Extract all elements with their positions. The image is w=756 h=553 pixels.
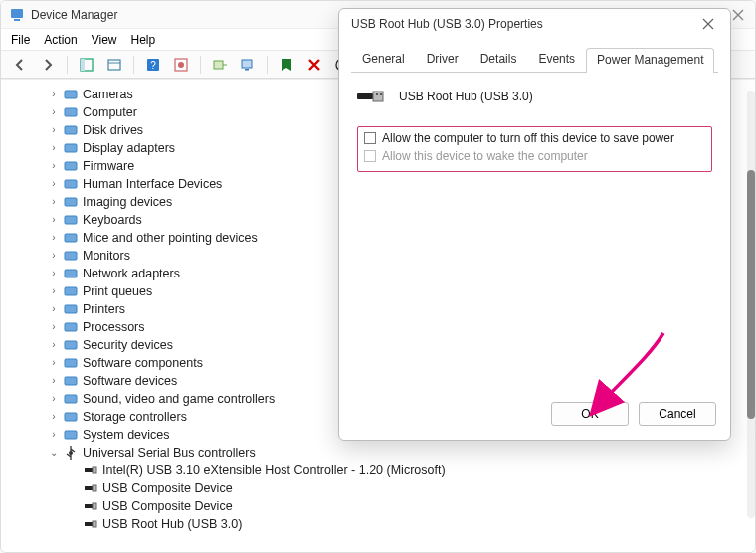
expand-icon[interactable]: › bbox=[47, 390, 61, 408]
category-icon bbox=[63, 212, 79, 228]
update-driver-button[interactable] bbox=[209, 54, 231, 76]
nav-forward-button[interactable] bbox=[37, 54, 59, 76]
collapse-icon[interactable]: ⌄ bbox=[47, 444, 61, 461]
allow-turn-off-row[interactable]: Allow the computer to turn off this devi… bbox=[364, 131, 705, 145]
category-icon bbox=[63, 355, 79, 371]
category-icon bbox=[63, 266, 79, 281]
expand-icon[interactable]: › bbox=[47, 121, 61, 139]
svg-rect-3 bbox=[81, 59, 85, 71]
svg-rect-17 bbox=[65, 144, 77, 152]
pm-highlight-box: Allow the computer to turn off this devi… bbox=[357, 126, 712, 172]
tab-events[interactable]: Events bbox=[527, 47, 586, 72]
menu-file[interactable]: File bbox=[11, 33, 30, 47]
category-label: Display adapters bbox=[83, 139, 175, 157]
expand-icon[interactable]: › bbox=[47, 336, 61, 354]
menu-help[interactable]: Help bbox=[131, 33, 156, 47]
tab-power-management[interactable]: Power Management bbox=[586, 48, 714, 73]
tree-device[interactable]: USB Composite Device bbox=[13, 479, 756, 497]
allow-wake-row: Allow this device to wake the computer bbox=[364, 149, 705, 163]
expand-icon[interactable]: › bbox=[47, 318, 61, 336]
svg-rect-36 bbox=[93, 467, 96, 473]
expand-icon[interactable]: › bbox=[47, 86, 61, 103]
expand-icon[interactable]: › bbox=[47, 103, 61, 121]
expand-icon[interactable]: › bbox=[47, 157, 61, 175]
scrollbar-thumb[interactable] bbox=[747, 170, 755, 419]
category-label: Universal Serial Bus controllers bbox=[83, 444, 256, 461]
device-label: USB Composite Device bbox=[102, 497, 233, 515]
category-icon bbox=[63, 230, 79, 246]
toolbar-sep bbox=[67, 56, 68, 74]
expand-icon[interactable]: › bbox=[47, 229, 61, 247]
menu-action[interactable]: Action bbox=[44, 33, 77, 47]
category-label: Print queues bbox=[83, 282, 152, 300]
enable-device-button[interactable] bbox=[276, 54, 297, 76]
window-title: Device Manager bbox=[31, 8, 117, 22]
vertical-scrollbar[interactable] bbox=[747, 91, 755, 518]
category-label: Disk drives bbox=[83, 121, 143, 139]
expand-icon[interactable]: › bbox=[47, 247, 61, 265]
scan-hardware-button[interactable] bbox=[237, 54, 259, 76]
expand-icon[interactable]: › bbox=[47, 426, 61, 444]
tab-details[interactable]: Details bbox=[470, 47, 528, 72]
svg-rect-44 bbox=[373, 92, 383, 101]
usb-plug-icon bbox=[357, 87, 385, 106]
expand-icon[interactable]: › bbox=[47, 300, 61, 318]
expand-icon[interactable]: › bbox=[47, 211, 61, 229]
tree-device[interactable]: Intel(R) USB 3.10 eXtensible Host Contro… bbox=[13, 461, 756, 479]
expand-icon[interactable]: › bbox=[47, 193, 61, 211]
category-icon bbox=[63, 194, 79, 210]
svg-rect-29 bbox=[65, 359, 77, 367]
menu-view[interactable]: View bbox=[92, 33, 117, 47]
category-icon bbox=[63, 176, 79, 192]
dialog-titlebar: USB Root Hub (USB 3.0) Properties bbox=[339, 9, 730, 39]
svg-rect-27 bbox=[65, 323, 77, 331]
tree-device[interactable]: USB Root Hub (USB 3.0) bbox=[13, 515, 756, 533]
cancel-button[interactable]: Cancel bbox=[639, 402, 716, 426]
expand-icon[interactable]: › bbox=[47, 265, 61, 282]
category-label: Network adapters bbox=[83, 265, 180, 282]
svg-rect-45 bbox=[376, 93, 378, 95]
dialog-close-button[interactable] bbox=[694, 13, 722, 35]
svg-rect-41 bbox=[85, 522, 93, 526]
show-hide-tree-button[interactable] bbox=[76, 54, 97, 76]
tree-category-usb[interactable]: ⌄Universal Serial Bus controllers bbox=[13, 444, 756, 461]
allow-turn-off-checkbox[interactable] bbox=[364, 132, 376, 144]
svg-rect-42 bbox=[93, 521, 96, 527]
category-icon bbox=[63, 87, 79, 102]
tree-device[interactable]: USB Composite Device bbox=[13, 497, 756, 515]
dialog-tabs: GeneralDriverDetailsEventsPower Manageme… bbox=[339, 39, 730, 72]
svg-rect-0 bbox=[11, 9, 23, 18]
svg-rect-25 bbox=[65, 287, 77, 295]
svg-rect-11 bbox=[242, 60, 252, 68]
category-label: Sound, video and game controllers bbox=[83, 390, 275, 408]
svg-rect-38 bbox=[93, 485, 96, 491]
svg-rect-4 bbox=[108, 60, 120, 70]
tab-general[interactable]: General bbox=[351, 47, 416, 72]
tab-driver[interactable]: Driver bbox=[416, 47, 470, 72]
action-button[interactable] bbox=[170, 54, 192, 76]
expand-icon[interactable]: › bbox=[47, 372, 61, 390]
svg-rect-1 bbox=[14, 19, 20, 21]
usb-device-icon bbox=[83, 480, 98, 496]
expand-icon[interactable]: › bbox=[47, 139, 61, 157]
svg-rect-43 bbox=[357, 93, 373, 99]
expand-icon[interactable]: › bbox=[47, 354, 61, 372]
expand-icon[interactable]: › bbox=[47, 408, 61, 426]
category-label: Cameras bbox=[83, 86, 133, 103]
device-label: USB Root Hub (USB 3.0) bbox=[102, 515, 242, 533]
power-management-tab-content: USB Root Hub (USB 3.0) Allow the compute… bbox=[339, 73, 730, 394]
properties-button[interactable] bbox=[103, 54, 125, 76]
uninstall-device-button[interactable] bbox=[303, 54, 325, 76]
svg-rect-22 bbox=[65, 234, 77, 242]
category-label: Printers bbox=[83, 300, 125, 318]
expand-icon[interactable]: › bbox=[47, 175, 61, 193]
category-label: Computer bbox=[83, 103, 137, 121]
category-label: Firmware bbox=[83, 157, 134, 175]
ok-button[interactable]: OK bbox=[551, 402, 629, 426]
expand-icon[interactable]: › bbox=[47, 282, 61, 300]
svg-rect-32 bbox=[65, 413, 77, 421]
nav-back-button[interactable] bbox=[9, 54, 31, 76]
svg-rect-39 bbox=[85, 504, 93, 508]
category-icon bbox=[63, 391, 79, 407]
help-button[interactable]: ? bbox=[142, 54, 164, 76]
